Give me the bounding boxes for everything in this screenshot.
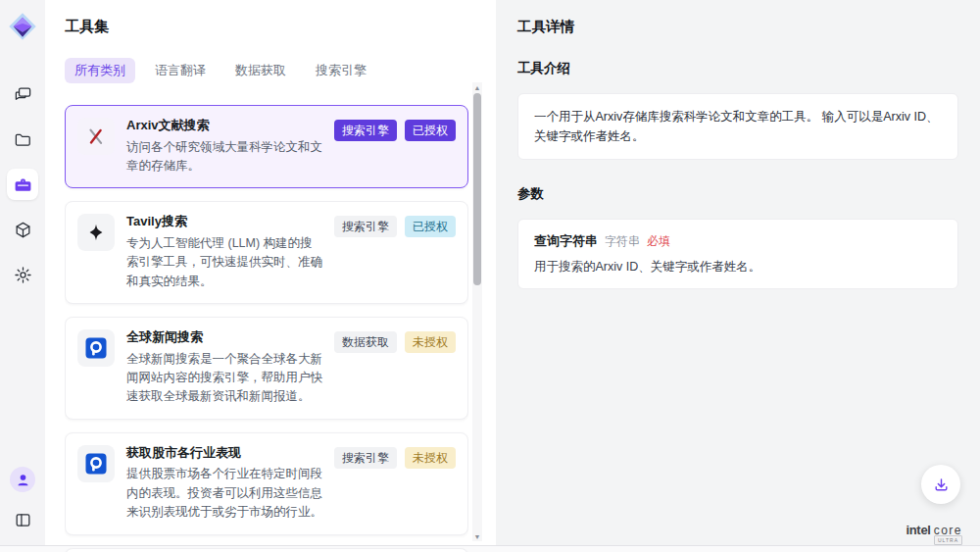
tool-card-sector-performance[interactable]: 获取股市各行业表现 提供股票市场各个行业在特定时间段内的表现。投资者可以利用这些… <box>65 432 468 535</box>
sidebar-item-tools[interactable] <box>7 169 38 200</box>
gear-icon <box>14 266 32 284</box>
app-window: 工具集 所有类别 语言翻译 数据获取 搜索引擎 Arxiv文献搜索 访问各个研究… <box>0 0 980 546</box>
scrollbar-up-arrow[interactable]: ▲ <box>472 82 482 92</box>
status-badge: 未授权 <box>405 447 456 469</box>
scrollbar-down-arrow[interactable]: ▼ <box>472 531 482 541</box>
brand-intel-text: intel <box>906 523 930 537</box>
tab-data-fetch[interactable]: 数据获取 <box>225 58 296 83</box>
sidebar-item-chat[interactable] <box>7 78 38 110</box>
tool-name: 全球新闻搜索 <box>126 329 322 345</box>
sidebar-item-settings[interactable] <box>7 259 38 290</box>
status-badge: 已授权 <box>405 120 456 141</box>
tool-name: Arxiv文献搜索 <box>126 118 322 133</box>
category-tabs: 所有类别 语言翻译 数据获取 搜索引擎 <box>65 58 496 83</box>
intro-heading: 工具介绍 <box>517 60 958 77</box>
scrollbar-thumb[interactable] <box>473 93 481 285</box>
download-button[interactable] <box>921 465 960 504</box>
category-badge: 搜索引擎 <box>334 447 397 469</box>
sidebar <box>0 0 45 545</box>
sparkle-icon <box>77 214 115 251</box>
param-name: 查询字符串 <box>534 232 598 250</box>
status-badge: 已授权 <box>405 216 456 237</box>
tool-list: Arxiv文献搜索 访问各个研究领域大量科学论文和文章的存储库。 搜索引擎 已授… <box>65 105 468 552</box>
tool-card-most-active-stocks[interactable]: 获取市场最活跃股票信息 提供当天交易量最高的股票列表，投资者可以利用这些信息来识… <box>65 548 468 552</box>
collapse-sidebar-button[interactable] <box>7 504 38 535</box>
cube-icon <box>14 221 32 239</box>
tool-detail-panel: 工具详情 工具介绍 一个用于从Arxiv存储库搜索科学论文和文章的工具。 输入可… <box>496 0 980 545</box>
brand-ultra-badge: ULTRA <box>934 535 962 545</box>
page-title: 工具集 <box>65 18 496 36</box>
status-badge: 未授权 <box>405 331 456 353</box>
folder-icon <box>14 130 32 149</box>
intro-text: 一个用于从Arxiv存储库搜索科学论文和文章的工具。 输入可以是Arxiv ID… <box>534 107 942 146</box>
panel-toggle-icon <box>14 511 32 529</box>
param-type: 字符串 <box>605 233 640 250</box>
tool-description: 全球新闻搜索是一个聚合全球各大新闻网站内容的搜索引擎，帮助用户快速获取全球最新资… <box>126 350 322 407</box>
intel-core-logo: intel core ULTRA <box>906 523 962 537</box>
q-search-icon <box>77 329 115 367</box>
tool-card-global-news[interactable]: 全球新闻搜索 全球新闻搜索是一个聚合全球各大新闻网站内容的搜索引擎，帮助用户快速… <box>65 317 468 420</box>
param-card: 查询字符串 字符串 必填 用于搜索的Arxiv ID、关键字或作者姓名。 <box>517 219 958 289</box>
tool-card-tavily[interactable]: Tavily搜索 专为人工智能代理 (LLM) 构建的搜索引擎工具，可快速提供实… <box>65 201 468 304</box>
category-badge: 搜索引擎 <box>334 216 397 237</box>
tool-description: 访问各个研究领域大量科学论文和文章的存储库。 <box>126 138 322 176</box>
arxiv-icon <box>77 118 115 155</box>
params-heading: 参数 <box>517 185 958 203</box>
tool-name: 获取股市各行业表现 <box>126 445 322 461</box>
user-icon <box>16 473 30 487</box>
tool-description: 专为人工智能代理 (LLM) 构建的搜索引擎工具，可快速提供实时、准确和真实的结… <box>126 234 322 291</box>
tool-list-panel: 工具集 所有类别 语言翻译 数据获取 搜索引擎 Arxiv文献搜索 访问各个研究… <box>45 0 496 545</box>
app-logo-icon[interactable] <box>8 12 37 41</box>
q-search-icon <box>77 445 115 482</box>
sidebar-item-models[interactable] <box>7 214 38 245</box>
category-badge: 数据获取 <box>334 331 397 353</box>
list-scrollbar[interactable]: ▲ ▼ <box>472 82 482 541</box>
tool-name: Tavily搜索 <box>126 214 322 229</box>
param-required-label: 必填 <box>647 233 670 250</box>
tool-card-arxiv[interactable]: Arxiv文献搜索 访问各个研究领域大量科学论文和文章的存储库。 搜索引擎 已授… <box>65 105 468 188</box>
user-avatar[interactable] <box>10 467 35 492</box>
param-description: 用于搜索的Arxiv ID、关键字或作者姓名。 <box>534 259 942 276</box>
detail-title: 工具详情 <box>517 18 958 36</box>
download-icon <box>933 477 950 493</box>
intro-card: 一个用于从Arxiv存储库搜索科学论文和文章的工具。 输入可以是Arxiv ID… <box>517 93 958 160</box>
chat-icon <box>14 85 32 104</box>
tool-description: 提供股票市场各个行业在特定时间段内的表现。投资者可以利用这些信息来识别表现优于或… <box>126 465 322 522</box>
tab-search-engine[interactable]: 搜索引擎 <box>306 58 376 83</box>
sidebar-item-files[interactable] <box>7 124 38 155</box>
category-badge: 搜索引擎 <box>334 120 397 141</box>
toolbox-icon <box>14 176 32 194</box>
tab-translation[interactable]: 语言翻译 <box>145 58 216 83</box>
tab-all-categories[interactable]: 所有类别 <box>65 58 135 83</box>
